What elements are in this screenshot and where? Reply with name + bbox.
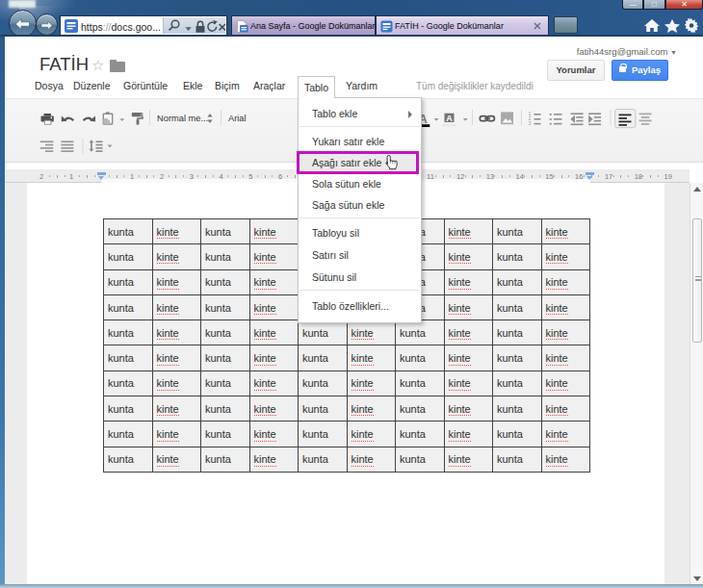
svg-text:A: A — [446, 114, 453, 123]
svg-text:3: 3 — [529, 121, 532, 126]
